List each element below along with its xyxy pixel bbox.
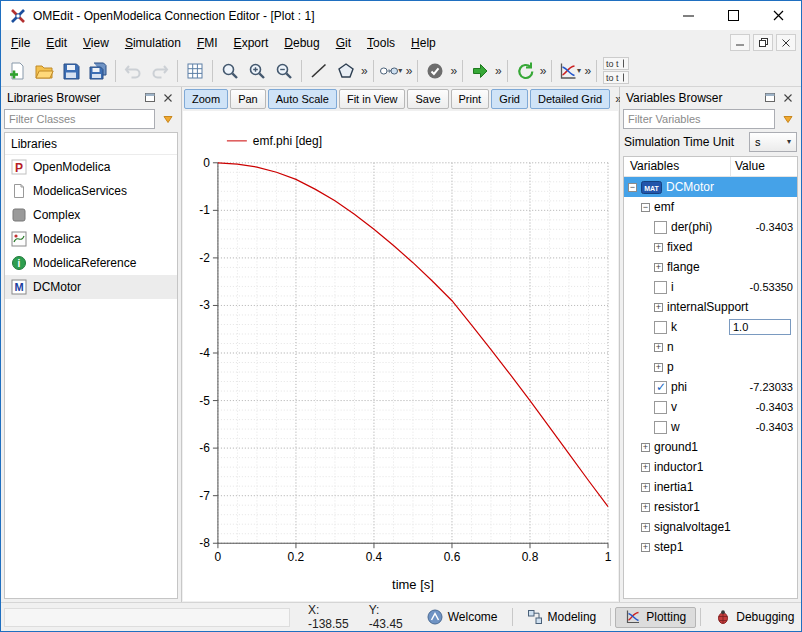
perspective-welcome-button[interactable]: Welcome (417, 607, 508, 628)
open-button[interactable] (31, 58, 57, 84)
value-input[interactable]: 1.0 (729, 319, 791, 335)
resimulate-button[interactable] (512, 58, 538, 84)
polygon-button[interactable] (333, 58, 359, 84)
toolbar-overflow-icon[interactable]: » (449, 64, 458, 78)
toolbar-overflow-icon[interactable]: » (494, 64, 503, 78)
variable-row-phi[interactable]: phi-7.23033 (624, 377, 797, 397)
expand-icon[interactable]: + (654, 243, 663, 252)
unchecked-checkbox[interactable] (654, 321, 667, 334)
collapse-icon[interactable]: − (641, 203, 650, 212)
simulation-time-unit-select[interactable]: s ▾ (749, 132, 797, 152)
filter-options-button[interactable] (778, 109, 798, 129)
variable-row-dcmotor[interactable]: −MATDCMotor (624, 177, 797, 197)
menu-edit[interactable]: Edit (38, 32, 75, 54)
title-bar[interactable]: OMEdit - OpenModelica Connection Editor … (1, 1, 801, 30)
variable-row-step1[interactable]: +step1 (624, 537, 797, 557)
close-panel-button[interactable] (779, 90, 797, 106)
close-button[interactable] (756, 1, 801, 30)
variable-row-der-phi-[interactable]: der(phi)-0.3403 (624, 217, 797, 237)
zoom-fit-button[interactable] (217, 58, 243, 84)
library-item-dcmotor[interactable]: MDCMotor (5, 275, 177, 299)
expand-icon[interactable]: + (641, 443, 650, 452)
perspective-modeling-button[interactable]: Modeling (517, 607, 607, 628)
variable-row-inertia1[interactable]: +inertia1 (624, 477, 797, 497)
expand-icon[interactable]: + (641, 483, 650, 492)
menu-file[interactable]: File (3, 32, 38, 54)
variable-row-ground1[interactable]: +ground1 (624, 437, 797, 457)
menu-fmi[interactable]: FMI (189, 32, 226, 54)
expand-icon[interactable]: + (641, 543, 650, 552)
new-model-button[interactable] (4, 58, 30, 84)
menu-git[interactable]: Git (328, 32, 359, 54)
variable-row-flange[interactable]: +flange (624, 257, 797, 277)
perspective-plotting-button[interactable]: Plotting (615, 607, 696, 628)
maximize-button[interactable] (711, 1, 756, 30)
toolbar-overflow-icon[interactable]: » (583, 64, 592, 78)
check-button[interactable] (422, 58, 448, 84)
plot-button[interactable]: ▾ (556, 58, 582, 84)
collapse-icon[interactable]: − (628, 183, 637, 192)
variable-row-p[interactable]: +p (624, 357, 797, 377)
menu-simulation[interactable]: Simulation (117, 32, 189, 54)
expand-icon[interactable]: + (654, 263, 663, 272)
close-panel-button[interactable] (159, 90, 177, 106)
variable-row-emf[interactable]: −emf (624, 197, 797, 217)
zoom-in-button[interactable] (244, 58, 270, 84)
variable-row-internalsupport[interactable]: +internalSupport (624, 297, 797, 317)
unchecked-checkbox[interactable] (654, 281, 667, 294)
mdi-close-button[interactable] (776, 34, 796, 51)
save-all-button[interactable] (85, 58, 111, 84)
plot-tool-grid[interactable]: Grid (491, 89, 528, 109)
menu-export[interactable]: Export (226, 32, 277, 54)
perspective-debugging-button[interactable]: Debugging (705, 607, 802, 628)
zoom-out-button[interactable] (271, 58, 297, 84)
variable-row-fixed[interactable]: +fixed (624, 237, 797, 257)
plot-tool-zoom[interactable]: Zoom (184, 89, 228, 109)
unchecked-checkbox[interactable] (654, 421, 667, 434)
menu-help[interactable]: Help (403, 32, 444, 54)
library-item-openmodelica[interactable]: POpenModelica (5, 155, 177, 179)
variable-row-k[interactable]: k1.0 (624, 317, 797, 337)
toolbar-overflow-icon[interactable]: » (539, 64, 548, 78)
save-button[interactable] (58, 58, 84, 84)
filter-options-button[interactable] (158, 109, 178, 129)
library-item-modelicareference[interactable]: iModelicaReference (5, 251, 177, 275)
menu-debug[interactable]: Debug (276, 32, 327, 54)
grid-button[interactable] (182, 58, 208, 84)
plot-tool-auto-scale[interactable]: Auto Scale (268, 89, 337, 109)
simulate-button[interactable] (467, 58, 493, 84)
variable-row-v[interactable]: v-0.3403 (624, 397, 797, 417)
plot-tool-detailed-grid[interactable]: Detailed Grid (530, 89, 610, 109)
expand-icon[interactable]: + (641, 503, 650, 512)
to-t-button[interactable]: to t (603, 57, 629, 70)
expand-icon[interactable]: + (654, 343, 663, 352)
expand-icon[interactable]: + (641, 463, 650, 472)
menu-tools[interactable]: Tools (359, 32, 403, 54)
plot-tool-fit-in-view[interactable]: Fit in View (339, 89, 406, 109)
value-column-header[interactable]: Value (731, 157, 797, 176)
toolbar-overflow-icon[interactable]: » (405, 64, 414, 78)
to-t-button[interactable]: to t (603, 71, 629, 84)
checked-checkbox[interactable] (654, 381, 667, 394)
mdi-restore-button[interactable] (753, 34, 773, 51)
transition-button[interactable]: ▾ (378, 58, 404, 84)
float-panel-button[interactable] (761, 90, 779, 106)
expand-icon[interactable]: + (654, 303, 663, 312)
toolbar-overflow-icon[interactable]: » (360, 64, 369, 78)
plot-tool-print[interactable]: Print (451, 89, 490, 109)
unchecked-checkbox[interactable] (654, 221, 667, 234)
library-item-modelicaservices[interactable]: ModelicaServices (5, 179, 177, 203)
unchecked-checkbox[interactable] (654, 401, 667, 414)
variable-row-inductor1[interactable]: +inductor1 (624, 457, 797, 477)
expand-icon[interactable]: + (654, 363, 663, 372)
variable-row-n[interactable]: +n (624, 337, 797, 357)
library-item-modelica[interactable]: Modelica (5, 227, 177, 251)
minimize-button[interactable] (666, 1, 711, 30)
mdi-minimize-button[interactable] (730, 34, 750, 51)
expand-icon[interactable]: + (641, 523, 650, 532)
plot-tool-pan[interactable]: Pan (230, 89, 266, 109)
library-item-complex[interactable]: Complex (5, 203, 177, 227)
variable-row-w[interactable]: w-0.3403 (624, 417, 797, 437)
filter-variables-input[interactable] (623, 109, 775, 129)
line-button[interactable] (306, 58, 332, 84)
